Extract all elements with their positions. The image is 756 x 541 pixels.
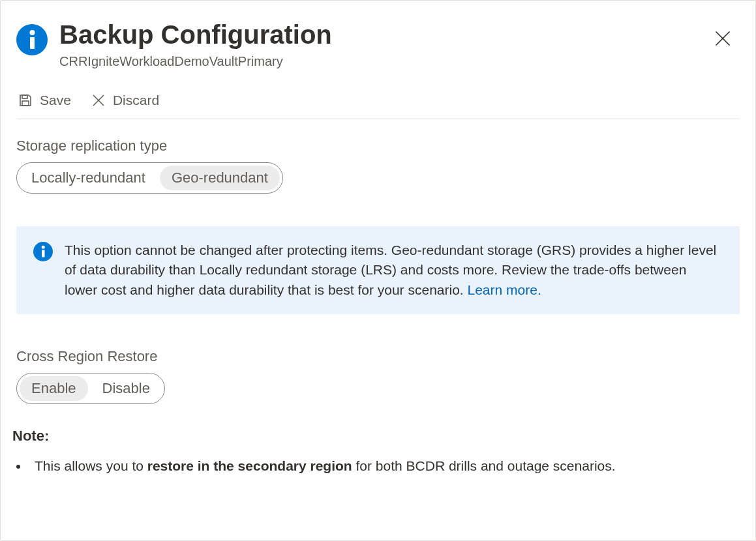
note-list: This allows you to restore in the second… xyxy=(12,456,740,475)
storage-replication-toggle: Locally-redundant Geo-redundant xyxy=(16,162,283,194)
svg-rect-1 xyxy=(30,37,35,49)
info-banner: This option cannot be changed after prot… xyxy=(16,226,740,314)
svg-rect-10 xyxy=(42,250,45,257)
note-prefix: This allows you to xyxy=(35,458,147,473)
note-heading: Note: xyxy=(12,428,740,445)
close-icon[interactable] xyxy=(714,29,732,48)
save-label: Save xyxy=(40,93,71,108)
option-enable[interactable]: Enable xyxy=(20,376,88,401)
info-icon xyxy=(33,242,53,261)
discard-label: Discard xyxy=(113,93,159,108)
option-geo-redundant[interactable]: Geo-redundant xyxy=(160,166,280,190)
storage-replication-label: Storage replication type xyxy=(16,138,740,154)
discard-button[interactable]: Discard xyxy=(91,93,159,108)
cross-region-label: Cross Region Restore xyxy=(16,348,740,365)
info-icon xyxy=(16,24,48,55)
save-button[interactable]: Save xyxy=(18,93,71,108)
svg-point-2 xyxy=(30,30,35,35)
banner-message: This option cannot be changed after prot… xyxy=(65,242,716,297)
learn-more-link[interactable]: Learn more. xyxy=(468,282,541,297)
page-title: Backup Configuration xyxy=(59,19,702,50)
banner-text: This option cannot be changed after prot… xyxy=(65,241,723,300)
svg-rect-6 xyxy=(22,101,29,106)
svg-rect-5 xyxy=(22,95,27,98)
save-icon xyxy=(18,93,33,108)
option-disable[interactable]: Disable xyxy=(91,376,162,401)
option-locally-redundant[interactable]: Locally-redundant xyxy=(20,166,157,190)
discard-icon xyxy=(91,93,106,108)
page-subtitle: CRRIgniteWorkloadDemoVaultPrimary xyxy=(59,54,702,69)
cross-region-toggle: Enable Disable xyxy=(16,373,165,404)
svg-point-11 xyxy=(42,246,45,249)
note-suffix: for both BCDR drills and outage scenario… xyxy=(352,458,616,473)
note-item: This allows you to restore in the second… xyxy=(16,456,740,475)
note-bold: restore in the secondary region xyxy=(147,458,352,473)
toolbar: Save Discard xyxy=(16,93,740,119)
